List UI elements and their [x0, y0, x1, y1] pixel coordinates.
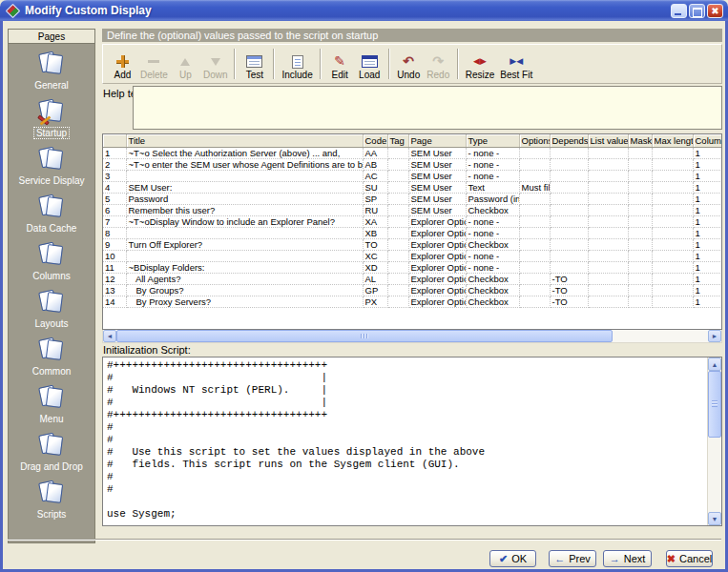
minimize-button[interactable]	[671, 4, 687, 18]
pages-header[interactable]: Pages	[8, 29, 95, 44]
table-cell	[519, 216, 550, 228]
table-row[interactable]: 2~T~o enter the SEM user whose Agent Def…	[103, 159, 721, 171]
table-row[interactable]: 5PasswordSPSEM UserPassword (input)1	[103, 194, 721, 205]
toolbar-button-label: Undo	[397, 70, 420, 80]
resize-arrows-icon: ◀▶	[473, 53, 487, 70]
table-cell	[588, 239, 628, 251]
include-button[interactable]: Include	[279, 47, 315, 81]
init-script-label: Initialization Script:	[103, 344, 191, 356]
column-header-max-length[interactable]: Max length	[652, 134, 693, 148]
table-row[interactable]: 6Remember this user?RUSEM UserCheckbox1	[103, 205, 721, 216]
table-row[interactable]: 14 By Proxy Servers?PXExplorer OptionsCh…	[103, 296, 721, 308]
sidebar-item-startup[interactable]: Startup	[9, 99, 94, 138]
table-cell: 6	[103, 205, 126, 216]
table-cell	[652, 171, 693, 182]
table-row[interactable]: 4SEM User:SUSEM UserTextMust fill1	[103, 182, 721, 194]
scroll-right-arrow-icon[interactable]: ►	[708, 330, 721, 342]
table-cell: AC	[363, 171, 387, 182]
sidebar-item-columns[interactable]: Columns	[9, 242, 94, 281]
table-cell	[387, 262, 408, 274]
sidebar-item-menu[interactable]: Menu	[9, 385, 94, 424]
prev-button[interactable]: ←Prev	[549, 550, 596, 567]
column-header-mask[interactable]: Mask	[628, 134, 652, 148]
sidebar-item-general[interactable]: General	[9, 51, 94, 91]
grid-horizontal-scrollbar[interactable]: ◄ ►	[102, 330, 722, 343]
sidebar-item-service-display[interactable]: Service Display	[9, 147, 94, 186]
column-header-options[interactable]: Options	[519, 134, 550, 148]
vertical-scroll-thumb[interactable]	[708, 371, 721, 438]
script-vertical-scrollbar[interactable]: ▲ ▼	[707, 358, 721, 525]
maximize-button[interactable]	[689, 4, 705, 18]
column-header-type[interactable]: Type	[466, 134, 519, 148]
close-button[interactable]	[707, 4, 723, 18]
column-header-list-values[interactable]: List values	[588, 134, 628, 148]
horizontal-scroll-thumb[interactable]	[116, 330, 613, 342]
toolbar-button-label: Test	[246, 70, 263, 80]
pages-icon	[36, 433, 67, 460]
table-cell: -TO	[550, 296, 588, 308]
sidebar-item-label: Common	[31, 366, 73, 377]
init-script-text[interactable]: #++++++++++++++++++++++++++++++++++ # | …	[103, 358, 721, 522]
load-button[interactable]: Load	[355, 47, 385, 81]
table-row[interactable]: 8XBExplorer Options- none -1	[103, 228, 721, 239]
table-cell	[628, 148, 652, 159]
table-cell: 11	[103, 262, 126, 274]
table-cell	[588, 159, 628, 171]
table-cell	[519, 159, 550, 171]
table-row[interactable]: 7~T~oDisplay Window to include an Explor…	[103, 216, 721, 228]
grid-body: 1~T~o Select the Authorization Server (a…	[103, 148, 721, 308]
table-cell	[387, 251, 408, 262]
resize-button[interactable]: ◀▶Resize	[463, 47, 498, 81]
sidebar-item-scripts[interactable]: Scripts	[9, 480, 94, 520]
scroll-left-arrow-icon[interactable]: ◄	[103, 330, 116, 342]
column-header-depends-on[interactable]: Depends on	[550, 134, 588, 148]
sidebar-item-drag-and-drop[interactable]: Drag and Drop	[9, 433, 94, 472]
window-title: Modify Custom Display	[25, 4, 669, 17]
table-cell: 1	[103, 148, 126, 159]
vertical-scroll-track[interactable]	[708, 438, 721, 512]
table-row[interactable]: 10XCExplorer Options- none -1	[103, 251, 721, 262]
table-cell	[550, 228, 588, 239]
table-row[interactable]: 13 By Groups?GPExplorer OptionsCheckbox-…	[103, 285, 721, 296]
sidebar-item-layouts[interactable]: Layouts	[9, 290, 94, 329]
column-header-rownum[interactable]	[103, 134, 126, 148]
table-cell: - none -	[466, 159, 519, 171]
sidebar-item-label: General	[32, 80, 71, 91]
add-button[interactable]: Add	[108, 47, 137, 81]
edit-button[interactable]: ✎Edit	[325, 47, 355, 81]
table-cell: Turn Off Explorer?	[126, 239, 363, 251]
column-header-tag[interactable]: Tag	[387, 134, 408, 148]
toolbar: AddDeleteUpDownTestInclude✎EditLoad↶Undo…	[102, 44, 722, 84]
scroll-up-arrow-icon[interactable]: ▲	[708, 358, 721, 371]
table-cell	[652, 239, 693, 251]
table-row[interactable]: 11~BDisplay Folders:XDExplorer Options- …	[103, 262, 721, 274]
table-row[interactable]: 12 All Agents?ALExplorer OptionsCheckbox…	[103, 274, 721, 285]
ok-button[interactable]: ✔OK	[489, 550, 536, 567]
table-cell: TO	[363, 239, 387, 251]
horizontal-scroll-track[interactable]	[613, 330, 708, 342]
best-fit-button[interactable]: ▶◀Best Fit	[497, 47, 535, 81]
cancel-button[interactable]: ✖Cancel	[666, 550, 713, 567]
table-row[interactable]: 9Turn Off Explorer?TOExplorer OptionsChe…	[103, 239, 721, 251]
test-button[interactable]: Test	[239, 47, 269, 81]
table-row[interactable]: 3ACSEM User- none -1	[103, 171, 721, 182]
pages-icon	[36, 242, 67, 269]
table-cell: 14	[103, 296, 126, 308]
table-cell	[550, 182, 588, 194]
column-header-column[interactable]: Column	[693, 134, 721, 148]
column-header-code[interactable]: Code	[363, 134, 387, 148]
table-row[interactable]: 1~T~o Select the Authorization Server (a…	[103, 148, 721, 159]
init-script-editor[interactable]: #++++++++++++++++++++++++++++++++++ # | …	[102, 357, 722, 526]
table-cell	[550, 194, 588, 205]
undo-button[interactable]: ↶Undo	[394, 47, 424, 81]
page-front-icon	[46, 482, 63, 503]
column-header-title[interactable]: Title	[126, 134, 363, 148]
table-cell	[387, 148, 408, 159]
sidebar-item-common[interactable]: Common	[9, 337, 94, 377]
column-header-page[interactable]: Page	[408, 134, 466, 148]
help-text-input[interactable]	[133, 86, 722, 130]
scroll-down-arrow-icon[interactable]: ▼	[708, 512, 721, 525]
next-button[interactable]: →Next	[603, 550, 652, 567]
sidebar-item-label: Startup	[34, 128, 69, 138]
sidebar-item-data-cache[interactable]: Data Cache	[9, 194, 94, 234]
